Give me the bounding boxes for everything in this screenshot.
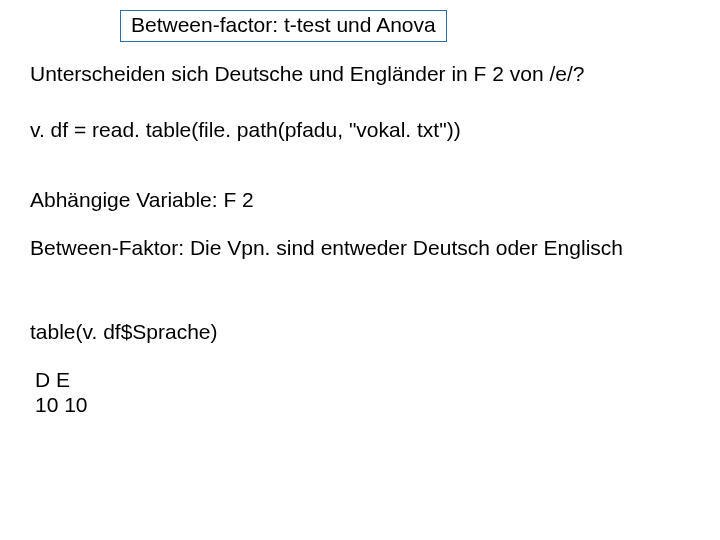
code-table-call: table(v. df$Sprache)	[30, 320, 218, 344]
output-values: 10 10	[35, 393, 88, 417]
code-read-table: v. df = read. table(file. path(pfadu, "v…	[30, 118, 461, 142]
output-header: D E	[35, 368, 70, 392]
between-factor-text: Between-Faktor: Die Vpn. sind entweder D…	[30, 236, 623, 260]
dependent-variable-text: Abhängige Variable: F 2	[30, 188, 254, 212]
title-box: Between-factor: t-test und Anova	[120, 10, 447, 42]
title-text: Between-factor: t-test und Anova	[131, 13, 436, 36]
question-text: Unterscheiden sich Deutsche und Englände…	[30, 62, 585, 86]
